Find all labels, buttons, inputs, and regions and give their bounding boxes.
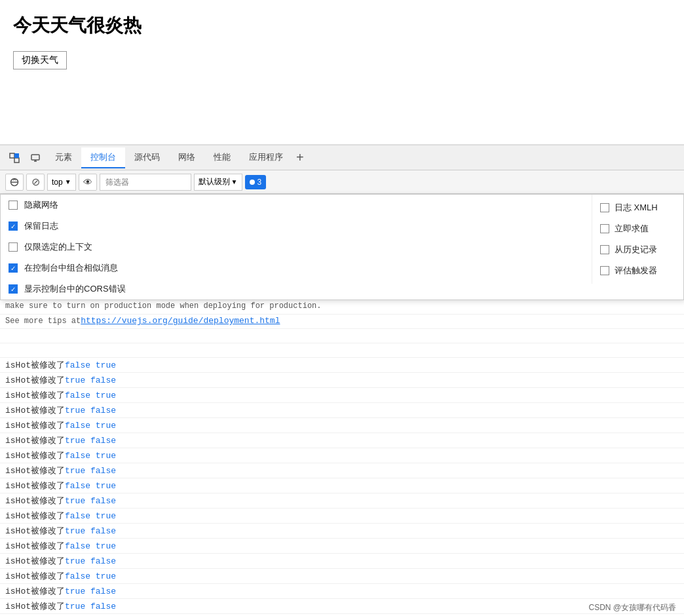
log-values-10: false true (65, 481, 116, 491)
checkbox-eager-eval[interactable] (600, 224, 609, 233)
log-pre-14: isHot被修改了 (5, 540, 65, 552)
log-pre-10: isHot被修改了 (5, 480, 65, 491)
log-line-16: isHot被修改了 false true (0, 569, 684, 584)
error-badge[interactable]: 3 (245, 175, 267, 189)
label-selected-context: 仅限选定的上下文 (24, 241, 92, 253)
log-values-7: true false (65, 436, 116, 446)
dropdown-item-2[interactable]: 仅限选定的上下文 (1, 237, 579, 258)
checkbox-log-xml[interactable] (600, 203, 609, 212)
tab-console[interactable]: 控制台 (81, 147, 125, 168)
log-line-12: isHot被修改了 false true (0, 509, 684, 524)
dropdown-overlay: 隐藏网络 保留日志 仅限选定的上下文 在控制台中组合相似消息 显示控制台中的CO… (0, 194, 684, 300)
log-pre-4: isHot被修改了 (5, 389, 65, 401)
filter-input[interactable] (100, 174, 191, 191)
log-values-3: true false (65, 375, 116, 385)
block-icon[interactable]: ⊘ (26, 174, 45, 191)
log-pre-11: isHot被修改了 (5, 495, 65, 507)
log-pre-7: isHot被修改了 (5, 434, 65, 446)
right-options: 日志 XMLH 立即求值 从历史记录 评估触发器 (592, 195, 683, 284)
log-pre-2: isHot被修改了 (5, 359, 65, 371)
log-values-9: true false (65, 466, 116, 476)
checkbox-group-similar[interactable] (9, 263, 18, 273)
log-line-14: isHot被修改了 false true (0, 539, 684, 554)
log-line-17: isHot被修改了 true false (0, 584, 684, 599)
log-line-0 (0, 329, 684, 343)
log-values-2: false true (65, 360, 116, 370)
label-log-xml: 日志 XMLH (615, 202, 658, 214)
log-values-5: true false (65, 406, 116, 415)
log-line-3: isHot被修改了 true false (0, 373, 684, 388)
devtools-panel: 元素 控制台 源代码 网络 性能 应用程序 + ⊘ (0, 144, 684, 616)
log-pre-18: isHot被修改了 (5, 600, 65, 612)
label-cors-errors: 显示控制台中的CORS错误 (24, 283, 126, 295)
label-history: 从历史记录 (615, 244, 657, 256)
app-area: 今天天气很炎热 切换天气 (0, 0, 684, 144)
inspect-icon[interactable] (5, 149, 24, 167)
switch-weather-button[interactable]: 切换天气 (13, 51, 67, 69)
log-line-6: isHot被修改了 false true (0, 418, 684, 433)
dropdown-item-4[interactable]: 显示控制台中的CORS错误 (1, 279, 579, 299)
checkbox-preserve-log[interactable] (9, 221, 18, 231)
badge-dot (250, 180, 255, 185)
tab-network[interactable]: 网络 (169, 147, 204, 168)
dropdown-container: 隐藏网络 保留日志 仅限选定的上下文 在控制台中组合相似消息 显示控制台中的CO… (0, 194, 684, 300)
log-pre-13: isHot被修改了 (5, 525, 65, 537)
log-pre-9: isHot被修改了 (5, 465, 65, 476)
log-line-1 (0, 343, 684, 358)
clear-console-button[interactable] (5, 174, 24, 191)
device-icon[interactable] (26, 149, 45, 167)
log-pre-8: isHot被修改了 (5, 450, 65, 461)
checkbox-autocomplete[interactable] (600, 266, 609, 275)
log-pre-16: isHot被修改了 (5, 570, 65, 582)
top-selector[interactable]: top ▼ (47, 174, 76, 191)
console-line-link: See more tips at https://vuejs.org/guide… (0, 315, 684, 329)
checkbox-selected-context[interactable] (9, 242, 18, 252)
log-values-12: false true (65, 511, 116, 521)
log-pre-3: isHot被修改了 (5, 374, 65, 386)
log-line-9: isHot被修改了 true false (0, 463, 684, 478)
checkbox-cors-errors[interactable] (9, 284, 18, 294)
level-label: 默认级别 (199, 176, 230, 187)
vue-warning-text: make sure to turn on production mode whe… (5, 301, 321, 311)
tab-elements[interactable]: 元素 (46, 147, 81, 168)
deployment-link[interactable]: https://vuejs.org/guide/deployment.html (81, 316, 280, 326)
eye-icon[interactable]: 👁 (79, 174, 97, 191)
log-values-6: false true (65, 421, 116, 431)
tabs-bar: 元素 控制台 源代码 网络 性能 应用程序 + (0, 145, 684, 170)
log-line-10: isHot被修改了 false true (0, 478, 684, 493)
dropdown-item-3[interactable]: 在控制台中组合相似消息 (1, 258, 579, 279)
log-values-14: false true (65, 541, 116, 551)
log-values-15: true false (65, 556, 116, 566)
footer: CSDN @女孩哪有代码香 (580, 600, 684, 616)
add-tab-icon[interactable]: + (292, 150, 308, 165)
level-chevron-icon: ▼ (231, 178, 238, 185)
checkbox-hide-network[interactable] (9, 201, 18, 210)
log-line-4: isHot被修改了 false true (0, 388, 684, 403)
label-group-similar: 在控制台中组合相似消息 (24, 262, 118, 274)
tab-application[interactable]: 应用程序 (240, 147, 292, 168)
label-preserve-log: 保留日志 (24, 220, 58, 232)
see-more-text: See more tips at (5, 317, 81, 326)
right-option-0[interactable]: 日志 XMLH (592, 197, 683, 218)
tab-performance[interactable]: 性能 (204, 147, 240, 168)
dropdown-item-1[interactable]: 保留日志 (1, 216, 579, 237)
log-pre-17: isHot被修改了 (5, 585, 65, 597)
tab-sources[interactable]: 源代码 (125, 147, 169, 168)
top-chevron-icon: ▼ (65, 178, 71, 185)
right-option-3[interactable]: 评估触发器 (592, 260, 683, 281)
log-lines: isHot被修改了 false trueisHot被修改了 true false… (0, 329, 684, 614)
right-option-1[interactable]: 立即求值 (592, 218, 683, 239)
dropdown-item-0[interactable]: 隐藏网络 (1, 195, 579, 216)
log-pre-6: isHot被修改了 (5, 419, 65, 431)
log-line-15: isHot被修改了 true false (0, 554, 684, 569)
log-line-5: isHot被修改了 true false (0, 403, 684, 418)
log-values-17: true false (65, 587, 116, 596)
right-option-2[interactable]: 从历史记录 (592, 239, 683, 260)
svg-rect-3 (31, 155, 39, 160)
checkbox-history[interactable] (600, 245, 609, 254)
label-hide-network: 隐藏网络 (24, 199, 58, 211)
toolbar: ⊘ top ▼ 👁 默认级别 ▼ 3 (0, 170, 684, 194)
level-selector[interactable]: 默认级别 ▼ (194, 174, 242, 191)
log-line-11: isHot被修改了 true false (0, 493, 684, 509)
log-line-8: isHot被修改了 false true (0, 448, 684, 463)
